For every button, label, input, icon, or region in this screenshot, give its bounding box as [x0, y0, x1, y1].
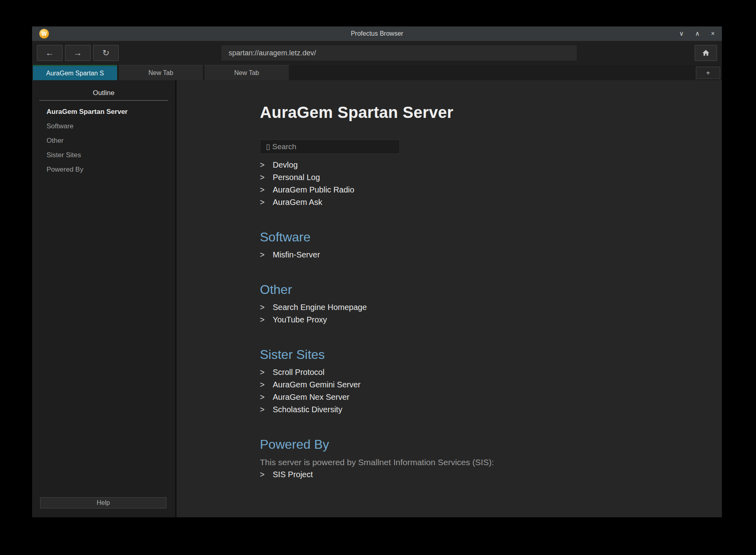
tab-label: AuraGem Spartan S: [46, 70, 104, 77]
sidebar-item-software[interactable]: Software: [32, 119, 175, 134]
sidebar-divider: [39, 100, 168, 101]
link-arrow: >: [260, 391, 273, 403]
link-arrow: >: [260, 366, 273, 379]
url-input[interactable]: [221, 45, 577, 61]
section-heading: Powered By: [260, 436, 706, 453]
plus-icon: +: [706, 69, 710, 77]
link-misfin-server[interactable]: > Misfin-Server: [260, 249, 706, 261]
section-heading: Sister Sites: [260, 346, 706, 363]
search-input[interactable]: [260, 140, 400, 154]
back-button[interactable]: ←: [37, 45, 63, 61]
tab-new-tab-2[interactable]: New Tab: [205, 65, 289, 80]
reload-icon: ↻: [102, 48, 109, 58]
link-search-engine-homepage[interactable]: > Search Engine Homepage: [260, 301, 706, 314]
back-arrow-icon: ←: [46, 48, 54, 58]
link-youtube-proxy[interactable]: > YouTube Proxy: [260, 314, 706, 326]
new-tab-button[interactable]: +: [696, 67, 720, 79]
tab-label: New Tab: [234, 69, 259, 77]
sidebar-header: Outline: [32, 80, 175, 97]
nav-button-group: ← → ↻: [37, 45, 119, 61]
tab-label: New Tab: [148, 69, 173, 77]
close-icon[interactable]: ×: [711, 30, 715, 37]
link-arrow: >: [260, 468, 273, 481]
link-arrow: >: [260, 171, 273, 184]
link-auragem-gemini-server[interactable]: > AuraGem Gemini Server: [260, 379, 706, 391]
tab-bar: AuraGem Spartan S New Tab New Tab +: [32, 65, 722, 80]
home-icon: [702, 49, 710, 57]
tab-auragem-spartan[interactable]: AuraGem Spartan S: [33, 65, 117, 80]
forward-arrow-icon: →: [74, 48, 82, 58]
sidebar-item-sister-sites[interactable]: Sister Sites: [32, 148, 175, 162]
sidebar-item-other[interactable]: Other: [32, 134, 175, 148]
section-heading: Software: [260, 229, 706, 245]
sidebar-item-auragem-spartan-server[interactable]: AuraGem Spartan Server: [32, 105, 175, 119]
navigation-toolbar: ← → ↻: [32, 41, 722, 65]
link-arrow: >: [260, 301, 273, 314]
section-sister-sites: Sister Sites > Scroll Protocol > AuraGem…: [260, 346, 706, 416]
main-area: Outline AuraGem Spartan Server Software …: [32, 80, 722, 517]
link-scroll-protocol[interactable]: > Scroll Protocol: [260, 366, 706, 379]
link-sis-project[interactable]: > SIS Project: [260, 468, 706, 481]
help-button[interactable]: Help: [40, 497, 166, 508]
powered-by-text: This server is powered by Smallnet Infor…: [260, 456, 706, 468]
section-other: Other > Search Engine Homepage > YouTube…: [260, 281, 706, 326]
app-logo-icon: W: [39, 29, 49, 38]
browser-window: W Profectus Browser ∨ ∧ × ← → ↻: [32, 26, 722, 517]
forward-button[interactable]: →: [65, 45, 91, 61]
link-personal-log[interactable]: > Personal Log: [260, 171, 706, 184]
sidebar-item-powered-by[interactable]: Powered By: [32, 162, 175, 177]
home-button[interactable]: [695, 45, 717, 61]
section-software: Software > Misfin-Server: [260, 229, 706, 261]
reload-button[interactable]: ↻: [93, 45, 119, 61]
link-auragem-ask[interactable]: > AuraGem Ask: [260, 196, 706, 209]
link-arrow: >: [260, 403, 273, 416]
page-content: AuraGem Spartan Server > Devlog > Person…: [176, 80, 722, 517]
link-arrow: >: [260, 314, 273, 326]
link-devlog[interactable]: > Devlog: [260, 159, 706, 171]
window-title: Profectus Browser: [32, 30, 722, 37]
minimize-icon[interactable]: ∨: [679, 30, 684, 37]
tab-new-tab-1[interactable]: New Tab: [119, 65, 203, 80]
link-auragem-public-radio[interactable]: > AuraGem Public Radio: [260, 184, 706, 196]
link-auragem-nex-server[interactable]: > AuraGem Nex Server: [260, 391, 706, 403]
page-title: AuraGem Spartan Server: [260, 103, 706, 122]
link-scholastic-diversity[interactable]: > Scholastic Diversity: [260, 403, 706, 416]
link-arrow: >: [260, 184, 273, 196]
maximize-icon[interactable]: ∧: [695, 30, 700, 37]
link-arrow: >: [260, 196, 273, 209]
link-arrow: >: [260, 249, 273, 261]
link-arrow: >: [260, 379, 273, 391]
window-controls: ∨ ∧ ×: [679, 30, 715, 37]
link-arrow: >: [260, 159, 273, 171]
top-link-list: > Devlog > Personal Log > AuraGem Public…: [260, 159, 706, 209]
section-powered-by: Powered By This server is powered by Sma…: [260, 436, 706, 481]
outline-sidebar: Outline AuraGem Spartan Server Software …: [32, 80, 176, 517]
section-heading: Other: [260, 281, 706, 298]
titlebar: W Profectus Browser ∨ ∧ ×: [32, 26, 722, 41]
outline-list: AuraGem Spartan Server Software Other Si…: [32, 105, 175, 177]
